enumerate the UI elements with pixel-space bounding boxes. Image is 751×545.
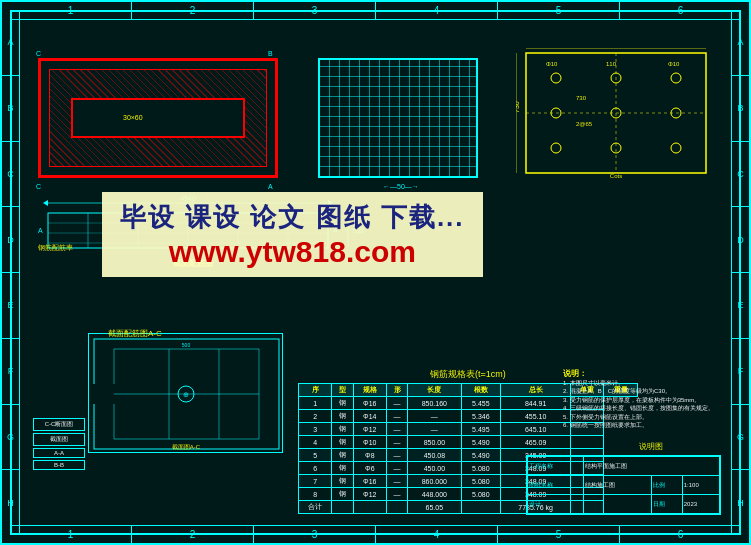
table-cell [387, 501, 408, 514]
row-label-rH: H [732, 470, 749, 535]
notes-title: 说明： [563, 368, 718, 379]
row-label-rE: E [732, 273, 749, 339]
table-cell: Φ8 [353, 449, 386, 462]
th-spec: 规格 [353, 384, 386, 397]
svg-text:Φ10: Φ10 [546, 61, 558, 67]
title-scale-value: 1:100 [682, 476, 719, 495]
col-label-3: 3 [254, 2, 376, 19]
table-cell: Φ16 [353, 475, 386, 488]
table-cell: — [387, 410, 408, 423]
title-drawing-value: 结构施工图 [583, 476, 651, 495]
svg-text:500: 500 [182, 342, 191, 348]
table-cell: 65.05 [408, 501, 461, 514]
row-labels-left: A B C D E F G H [2, 10, 20, 535]
title-designer-value [583, 495, 651, 514]
notes-content: 1. 本图尺寸以毫米计。 2. 混凝土A、B、C的强度等级均为C30。 3. 受… [563, 379, 718, 429]
table-cell: 1 [299, 397, 332, 410]
th-total-len: 总长 [501, 384, 571, 397]
table-cell: — [387, 397, 408, 410]
row-label-rB: B [732, 76, 749, 142]
section-label-aa: A-A [33, 448, 85, 458]
table-cell: 钢 [332, 475, 353, 488]
title-scale-label: 比例 [651, 476, 682, 495]
table-cell: — [408, 423, 461, 436]
row-label-rG: G [732, 405, 749, 471]
label-c: C [36, 50, 41, 57]
table-cell: 850.00 [408, 436, 461, 449]
table-cell [461, 501, 501, 514]
table-cell: 4 [299, 436, 332, 449]
table-cell: 钢 [332, 436, 353, 449]
table-cell: 2 [299, 410, 332, 423]
drawing-canvas: 1 2 3 4 5 6 1 2 3 4 5 6 A B C D E F G H … [0, 0, 751, 545]
col-labels-bottom: 1 2 3 4 5 6 [10, 525, 741, 543]
table-cell: 450.08 [408, 449, 461, 462]
table-cell: 5.490 [461, 449, 501, 462]
svg-text:⊕: ⊕ [183, 391, 189, 398]
row-label-F: F [2, 339, 19, 405]
cyan-grid-plan [318, 58, 478, 178]
svg-point-7 [551, 143, 561, 153]
table-cell: 钢 [332, 449, 353, 462]
red-plan-box [38, 58, 278, 178]
table-cell: 钢 [332, 410, 353, 423]
table-cell: Φ10 [353, 436, 386, 449]
svg-text:730: 730 [516, 101, 520, 113]
label-c-bottom: C [36, 183, 41, 190]
th-len: 长度 [408, 384, 461, 397]
table-cell: 3 [299, 423, 332, 436]
col-label-b6: 6 [620, 526, 741, 543]
svg-marker-32 [43, 200, 48, 206]
row-label-B: B [2, 76, 19, 142]
title-project-value: 结构平面施工图 [583, 457, 719, 476]
svg-text:Cots: Cots [610, 173, 622, 179]
section-label-cc: C-C断面图 [33, 418, 85, 431]
table-cell [571, 436, 604, 449]
table-cell: 钢 [332, 488, 353, 501]
svg-text:截面图A-C: 截面图A-C [172, 444, 201, 450]
svg-point-9 [671, 143, 681, 153]
table-cell: Φ12 [353, 423, 386, 436]
title-block: 工程名称 结构平面施工图 图纸名称 结构施工图 比例 1:100 设计 日期 2… [526, 455, 721, 515]
th-shape: 形 [387, 384, 408, 397]
col-label-b2: 2 [132, 526, 254, 543]
table-cell: 钢 [332, 397, 353, 410]
col-label-b3: 3 [254, 526, 376, 543]
th-seq: 序 [299, 384, 332, 397]
table-cell: — [387, 488, 408, 501]
table-cell [332, 501, 353, 514]
table-cell [353, 501, 386, 514]
table-cell: 5.346 [461, 410, 501, 423]
row-labels-right: A B C D E F G H [731, 10, 749, 535]
table-cell: 钢 [332, 462, 353, 475]
svg-text:730: 730 [576, 95, 587, 101]
title-project-label: 工程名称 [528, 457, 584, 476]
row-label-rD: D [732, 207, 749, 273]
table-cell: — [387, 462, 408, 475]
table-cell: 8 [299, 488, 332, 501]
table-cell: 5.490 [461, 436, 501, 449]
row-label-H: H [2, 470, 19, 535]
svg-point-1 [551, 73, 561, 83]
th-type: 型 [332, 384, 353, 397]
notes-section: 说明： 1. 本图尺寸以毫米计。 2. 混凝土A、B、C的强度等级均为C30。 … [563, 368, 718, 429]
table-cell: — [387, 449, 408, 462]
table-cell: 465.09 [501, 436, 571, 449]
section-label-bb: B-B [33, 460, 85, 470]
table-cell: 合计 [299, 501, 332, 514]
th-count: 根数 [461, 384, 501, 397]
title-date-value: 2023 [682, 495, 719, 514]
table-cell: 860.000 [408, 475, 461, 488]
table-cell: 450.00 [408, 462, 461, 475]
legend-title: 说明图 [639, 441, 663, 452]
title-date-label: 日期 [651, 495, 682, 514]
col-label-6: 6 [620, 2, 741, 19]
label-b-right: B [268, 50, 273, 57]
yellow-schematic: 4860 730 Φ10 110 Φ10 730 2@65 Cots [516, 48, 716, 183]
table-cell: 455.10 [501, 410, 571, 423]
svg-text:110: 110 [606, 61, 617, 67]
watermark-line1: 毕设 课设 论文 图纸 下载... [120, 200, 465, 235]
table-cell: — [387, 436, 408, 449]
label-center-dim: 30×60 [123, 114, 143, 121]
col-labels-top: 1 2 3 4 5 6 [10, 2, 741, 20]
